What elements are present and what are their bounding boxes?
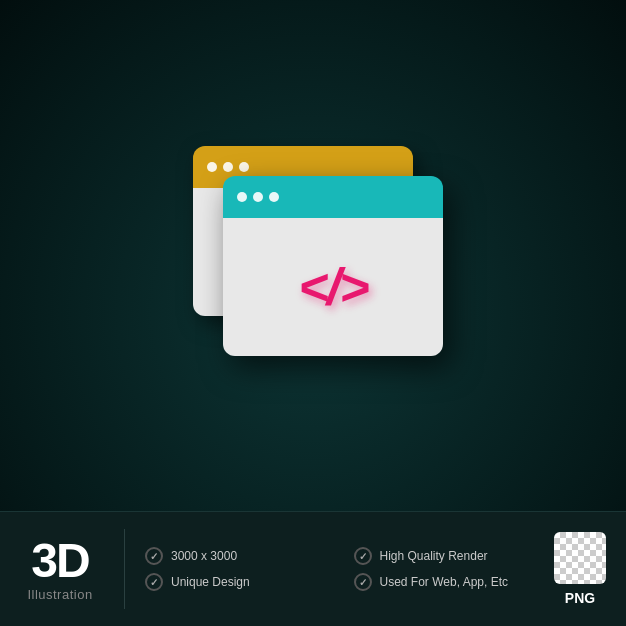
main-container: </> 3D Illustration 3000 x 3000 High Qua… [0, 0, 626, 626]
three-d-section: 3D Illustration [20, 537, 100, 602]
png-thumbnail [554, 532, 606, 584]
feature-text-size: 3000 x 3000 [171, 549, 237, 563]
browser-front: </> [223, 176, 443, 356]
dot-1 [207, 162, 217, 172]
feature-usage: Used For Web, App, Etc [354, 573, 539, 591]
browser-front-body: </> [223, 218, 443, 356]
divider [124, 529, 125, 609]
feature-quality: High Quality Render [354, 547, 539, 565]
feature-size: 3000 x 3000 [145, 547, 330, 565]
dot-4 [237, 192, 247, 202]
feature-text-quality: High Quality Render [380, 549, 488, 563]
dot-5 [253, 192, 263, 202]
png-label: PNG [565, 590, 595, 606]
feature-text-design: Unique Design [171, 575, 250, 589]
dot-3 [239, 162, 249, 172]
browser-front-titlebar [223, 176, 443, 218]
info-bar: 3D Illustration 3000 x 3000 High Quality… [0, 511, 626, 626]
illustration-label: Illustration [27, 587, 92, 602]
check-icon-design [145, 573, 163, 591]
feature-text-usage: Used For Web, App, Etc [380, 575, 509, 589]
illustration-area: </> [0, 0, 626, 511]
png-badge: PNG [554, 532, 606, 606]
check-icon-quality [354, 547, 372, 565]
three-d-label: 3D [31, 537, 88, 585]
check-icon-usage [354, 573, 372, 591]
browser-stack: </> [183, 146, 443, 366]
code-symbol: </> [298, 261, 367, 313]
feature-design: Unique Design [145, 573, 330, 591]
dot-2 [223, 162, 233, 172]
check-icon-size [145, 547, 163, 565]
dot-6 [269, 192, 279, 202]
features-grid: 3000 x 3000 High Quality Render Unique D… [145, 547, 538, 591]
